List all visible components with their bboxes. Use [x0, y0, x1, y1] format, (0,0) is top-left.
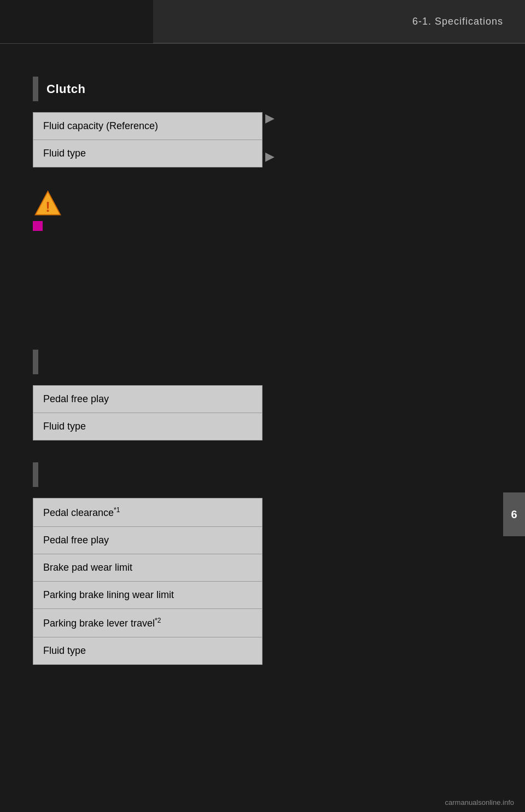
table-row: Fluid type — [33, 413, 262, 440]
table-cell-brake-pad-wear: Brake pad wear limit — [33, 554, 262, 582]
table-row: Fluid type — [33, 637, 262, 665]
table-row: Fluid capacity (Reference) — [33, 113, 262, 140]
watermark-text: carmanualsonline.info — [445, 798, 514, 807]
table-cell-fluid-type-3: Fluid type — [33, 637, 262, 665]
table-cell-pedal-free-play-1: Pedal free play — [33, 386, 262, 413]
table-cell-parking-lever-travel: Parking brake lever travel*2 — [33, 609, 262, 637]
arrows-column: ▶ ▶ — [265, 112, 275, 189]
section-clutch-title: Clutch — [46, 82, 85, 96]
clutch-pedal-table: Pedal free play Fluid type — [33, 385, 262, 440]
chapter-number: 6 — [511, 508, 517, 521]
header-left-panel — [0, 0, 153, 43]
table-cell-pedal-free-play-2: Pedal free play — [33, 527, 262, 554]
table-cell-fluid-capacity: Fluid capacity (Reference) — [33, 113, 262, 140]
brake-spec-table: Pedal clearance*1 Pedal free play Brake … — [33, 498, 262, 665]
section-clutch-header: Clutch — [33, 77, 492, 101]
table-row: Parking brake lining wear limit — [33, 582, 262, 609]
table-row: Parking brake lever travel*2 — [33, 609, 262, 637]
table-cell-pedal-clearance: Pedal clearance*1 — [33, 498, 262, 527]
section-2-header — [33, 350, 492, 374]
chapter-tab: 6 — [503, 492, 525, 536]
table-cell-parking-lining-wear: Parking brake lining wear limit — [33, 582, 262, 609]
page-title: 6-1. Specifications — [412, 16, 503, 27]
body-text-5 — [33, 303, 492, 312]
table-cell-fluid-type-1: Fluid type — [33, 140, 262, 167]
body-text-2 — [33, 257, 492, 266]
table-row: Pedal clearance*1 — [33, 498, 262, 527]
arrow-icon-1: ▶ — [265, 112, 275, 124]
section-3-header — [33, 462, 492, 487]
clutch-body-text-area — [33, 241, 492, 328]
svg-text:!: ! — [45, 199, 50, 214]
warning-triangle-icon: ! — [33, 189, 63, 219]
table-cell-fluid-type-2: Fluid type — [33, 413, 262, 440]
superscript-2: *2 — [155, 617, 161, 624]
arrow-icon-2: ▶ — [265, 150, 275, 163]
body-text-1 — [33, 241, 492, 251]
warning-icon-container: ! — [33, 189, 492, 221]
pink-marker-1 — [33, 221, 43, 231]
table-row: Brake pad wear limit — [33, 554, 262, 582]
header-bar: 6-1. Specifications — [0, 0, 525, 44]
section-bar-2 — [33, 350, 38, 374]
body-text-4 — [33, 287, 492, 297]
table-row: Pedal free play — [33, 527, 262, 554]
clutch-spec-table: Fluid capacity (Reference) Fluid type — [33, 112, 262, 167]
body-text-3 — [33, 272, 492, 282]
table-row: Fluid type — [33, 140, 262, 167]
main-content: Clutch Fluid capacity (Reference) Fluid … — [0, 44, 525, 695]
superscript-1: *1 — [114, 506, 120, 514]
clutch-table-container: Fluid capacity (Reference) Fluid type ▶ … — [33, 112, 492, 189]
body-text-6 — [33, 318, 492, 328]
section-bar-3 — [33, 462, 38, 487]
footer-watermark: carmanualsonline.info — [445, 798, 514, 807]
header-right-panel: 6-1. Specifications — [153, 16, 525, 27]
table-row: Pedal free play — [33, 386, 262, 413]
section-bar-1 — [33, 77, 38, 101]
